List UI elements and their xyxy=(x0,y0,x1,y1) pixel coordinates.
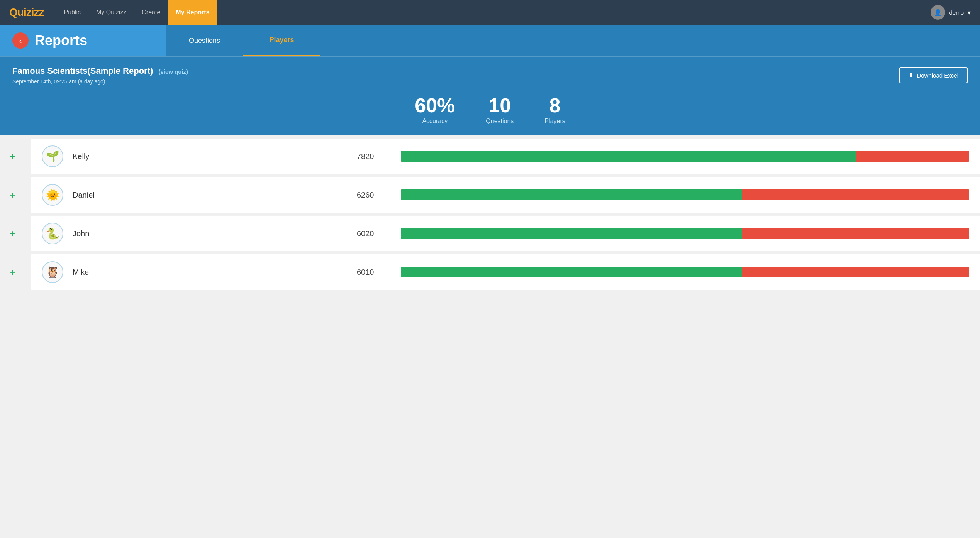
accuracy-value: 60% xyxy=(415,95,455,115)
player-avatar: 🐍 xyxy=(42,223,63,244)
user-caret: ▾ xyxy=(968,9,971,16)
progress-bar xyxy=(401,189,969,200)
avatar: 👤 xyxy=(931,5,945,20)
player-avatar: 🦉 xyxy=(42,261,63,283)
nav-my-quizizz[interactable]: My Quizizz xyxy=(88,0,134,25)
download-label: Download Excel xyxy=(917,72,958,79)
navbar: Quizizz Public My Quizizz Create My Repo… xyxy=(0,0,980,25)
quiz-name: Famous Scientists(Sample Report) (view q… xyxy=(12,66,899,76)
reports-title-area: ‹ Reports xyxy=(0,25,166,56)
progress-bar xyxy=(401,267,969,277)
progress-green xyxy=(401,189,742,200)
player-card: 🐍John6020 xyxy=(31,216,980,251)
player-name: Kelly xyxy=(73,152,357,161)
user-name: demo xyxy=(949,9,964,16)
nav-create[interactable]: Create xyxy=(134,0,168,25)
player-add-button[interactable]: + xyxy=(6,228,18,240)
progress-green xyxy=(401,228,742,239)
user-menu[interactable]: 👤 demo ▾ xyxy=(931,5,971,20)
progress-red xyxy=(742,267,969,277)
stats-row: 60% Accuracy 10 Questions 8 Players xyxy=(0,85,980,135)
player-score: 7820 xyxy=(357,152,392,161)
player-name: Daniel xyxy=(73,191,357,200)
players-value: 8 xyxy=(544,95,565,115)
page-title: Reports xyxy=(35,32,87,49)
player-add-button[interactable]: + xyxy=(6,266,18,278)
download-excel-button[interactable]: ⬇ Download Excel xyxy=(899,67,968,83)
player-card: 🦉Mike6010 xyxy=(31,254,980,290)
progress-bar xyxy=(401,151,969,162)
player-score: 6010 xyxy=(357,268,392,277)
questions-value: 10 xyxy=(486,95,514,115)
quiz-date: September 14th, 09:25 am (a day ago) xyxy=(12,78,899,85)
player-row: +🦉Mike6010 xyxy=(0,254,980,290)
quiz-info-left: Famous Scientists(Sample Report) (view q… xyxy=(12,66,899,85)
progress-green xyxy=(401,151,856,162)
player-name: Mike xyxy=(73,268,357,277)
nav-public[interactable]: Public xyxy=(56,0,88,25)
view-quiz-link[interactable]: (view quiz) xyxy=(158,68,188,75)
progress-green xyxy=(401,267,742,277)
player-row: +🌱Kelly7820 xyxy=(0,139,980,174)
player-card: 🌞Daniel6260 xyxy=(31,177,980,213)
tab-area: Questions Players xyxy=(166,25,980,56)
download-icon: ⬇ xyxy=(909,72,914,79)
quiz-info-area: Famous Scientists(Sample Report) (view q… xyxy=(0,57,980,85)
stat-players: 8 Players xyxy=(544,95,565,125)
players-section: +🌱Kelly7820+🌞Daniel6260+🐍John6020+🦉Mike6… xyxy=(0,135,980,296)
players-label: Players xyxy=(544,118,565,125)
progress-red xyxy=(856,151,969,162)
progress-bar xyxy=(401,228,969,239)
player-row: +🐍John6020 xyxy=(0,216,980,251)
nav-links: Public My Quizizz Create My Reports xyxy=(56,0,217,25)
header-top: ‹ Reports Questions Players xyxy=(0,25,980,57)
player-score: 6260 xyxy=(357,191,392,200)
header-section: ‹ Reports Questions Players Famous Scien… xyxy=(0,25,980,135)
player-avatar: 🌞 xyxy=(42,184,63,206)
stat-accuracy: 60% Accuracy xyxy=(415,95,455,125)
progress-red xyxy=(742,189,969,200)
logo: Quizizz xyxy=(9,6,44,19)
back-button[interactable]: ‹ xyxy=(12,32,29,49)
player-add-button[interactable]: + xyxy=(6,189,18,201)
progress-red xyxy=(742,228,969,239)
player-card: 🌱Kelly7820 xyxy=(31,139,980,174)
logo-text: Quizizz xyxy=(9,6,44,18)
tab-questions[interactable]: Questions xyxy=(166,25,243,56)
stat-questions: 10 Questions xyxy=(486,95,514,125)
nav-my-reports[interactable]: My Reports xyxy=(168,0,217,25)
accuracy-label: Accuracy xyxy=(415,118,455,125)
player-name: John xyxy=(73,229,357,238)
player-avatar: 🌱 xyxy=(42,145,63,167)
questions-label: Questions xyxy=(486,118,514,125)
player-add-button[interactable]: + xyxy=(6,151,18,162)
player-row: +🌞Daniel6260 xyxy=(0,177,980,213)
tab-players[interactable]: Players xyxy=(243,25,320,56)
player-score: 6020 xyxy=(357,229,392,238)
